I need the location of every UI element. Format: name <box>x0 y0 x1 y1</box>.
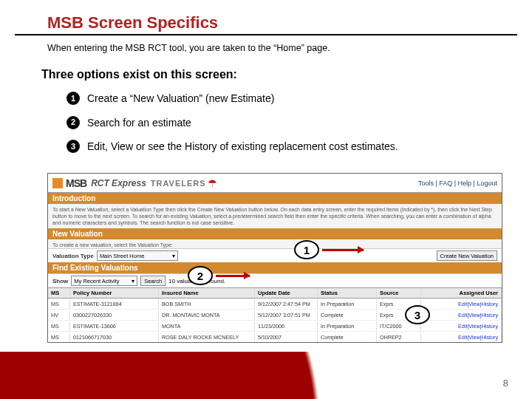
table-row: MS0121066717030ROSE DALY ROCKE MCNEELY5/… <box>48 332 502 343</box>
circled-1-icon: 1 <box>66 92 80 105</box>
search-button[interactable]: Search <box>140 276 166 286</box>
new-valuation-row: Valuation Type Main Street Home ▾ Create… <box>48 248 502 262</box>
find-row: Show My Recent Activity ▾ Search 10 valu… <box>48 273 502 287</box>
row-actions[interactable]: Edit|View|History <box>421 299 502 309</box>
option-1-row: 1 Create a “New Valuation” (new Estimate… <box>66 89 532 109</box>
callout-1: 1 <box>294 240 319 259</box>
option-2-row: 2 Search for an estimate <box>66 113 532 133</box>
circled-3-icon: 3 <box>66 140 80 153</box>
options-heading: Three options exist on this screen: <box>41 68 532 81</box>
title-rule <box>15 34 517 35</box>
row-actions[interactable]: Edit|View|History <box>421 332 502 342</box>
option-3-row: 3 Edit, View or see the History of exist… <box>66 137 532 157</box>
umbrella-icon: ☂ <box>208 177 217 189</box>
valuation-type-label: Valuation Type <box>52 253 94 259</box>
col-date: Update Date <box>255 288 318 298</box>
row-actions[interactable]: Edit|View|History <box>421 310 502 320</box>
options-list: 1 Create a “New Valuation” (new Estimate… <box>66 89 532 157</box>
results-table-header: MS Policy Number Insured Name Update Dat… <box>48 287 502 299</box>
col-ms: MS <box>48 288 70 298</box>
valuation-type-select[interactable]: Main Street Home ▾ <box>97 250 178 261</box>
option-3-text: Edit, View or see the History of existin… <box>87 137 398 157</box>
col-status: Status <box>318 288 377 298</box>
arrow-1 <box>322 249 364 251</box>
slide-title: MSB Screen Specifics <box>47 13 532 33</box>
table-row: HV0300227026330DR. MONTAVIC MONTA5/12/20… <box>48 310 502 321</box>
col-policy: Policy Number <box>70 288 159 298</box>
app-header: MSB RCT Express TRAVELERS ☂ Tools | FAQ … <box>48 174 502 193</box>
table-row: MSESTIMATE-3121884BOB SMITH9/12/2007 2:4… <box>48 299 502 310</box>
partner-name: TRAVELERS <box>151 179 206 188</box>
page-number: 8 <box>503 378 508 389</box>
option-1-text: Create a “New Valuation” (new Estimate) <box>87 89 274 109</box>
product-name: RCT Express <box>91 178 146 188</box>
row-actions[interactable]: Edit|View|History <box>421 321 502 331</box>
col-user: Assigned User <box>421 288 502 298</box>
new-valuation-hint: To create a new valuation, select the Va… <box>48 239 502 248</box>
chevron-down-icon: ▾ <box>132 278 134 284</box>
show-label: Show <box>52 278 68 284</box>
section-introduction: Introduction <box>48 193 502 204</box>
decorative-curve <box>0 352 532 399</box>
col-source: Source <box>377 288 421 298</box>
logo-text: MSB <box>66 177 86 189</box>
intro-text: When entering the MSB RCT tool, you are … <box>47 43 532 53</box>
results-table-body: MSESTIMATE-3121884BOB SMITH9/12/2007 2:4… <box>48 299 502 343</box>
screenshot-panel: MSB RCT Express TRAVELERS ☂ Tools | FAQ … <box>47 173 502 343</box>
introduction-copy: To start a New Valuation, select a Valua… <box>48 204 502 228</box>
show-select[interactable]: My Recent Activity ▾ <box>71 276 137 286</box>
arrow-2 <box>216 275 250 277</box>
callout-2: 2 <box>188 266 213 285</box>
option-2-text: Search for an estimate <box>87 113 191 133</box>
msb-logo: MSB <box>52 177 86 189</box>
logo-square-icon <box>52 178 63 188</box>
callout-3: 3 <box>405 305 430 324</box>
create-new-valuation-button[interactable]: Create New Valuation <box>437 250 497 261</box>
header-toolbar[interactable]: Tools | FAQ | Help | Logout <box>418 180 497 187</box>
table-row: MSESTIMATE-13606MONTA11/23/2006In Prepar… <box>48 321 502 332</box>
section-new-valuation: New Valuation <box>48 228 502 239</box>
col-insured: Insured Name <box>159 288 255 298</box>
slide: MSB Screen Specifics When entering the M… <box>0 0 532 399</box>
chevron-down-icon: ▾ <box>172 253 175 259</box>
section-find-existing: Find Existing Valuations <box>48 262 502 273</box>
circled-2-icon: 2 <box>66 116 80 129</box>
